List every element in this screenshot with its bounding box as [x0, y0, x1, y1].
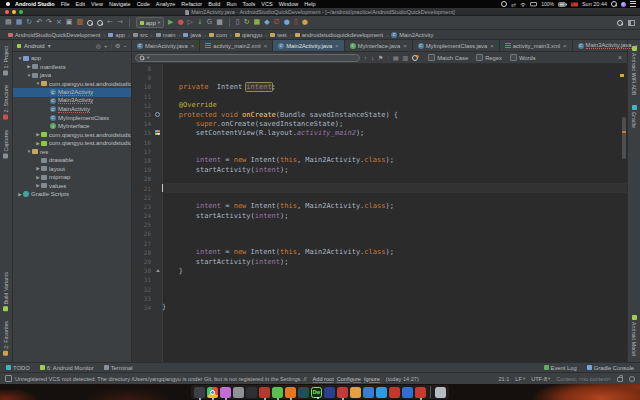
disable-inspections-icon[interactable]: ∅	[274, 19, 280, 26]
tree-item-package-main[interactable]: ▼com.qiangyu.test.androidstudioq	[13, 80, 131, 89]
collapse-all-icon[interactable]: ◎	[96, 42, 101, 49]
netease-icon[interactable]	[415, 387, 426, 398]
ie-icon[interactable]	[402, 387, 413, 398]
qq-icon[interactable]	[337, 387, 348, 398]
battery-icon[interactable]	[558, 2, 567, 7]
paste-icon[interactable]: ▥	[76, 19, 83, 26]
close-tab-icon[interactable]: ×	[403, 43, 407, 49]
select-all-occurrences-icon[interactable]: ▤	[393, 54, 399, 61]
tree-item-java[interactable]: ▼java	[13, 71, 131, 80]
tree-item-res[interactable]: ▼res	[13, 148, 131, 157]
editor-area[interactable]: ▾ ↑ ↓ ⚑ | ▤ ▥ Match CaseRegexWords × 891…	[132, 52, 627, 362]
office-icon[interactable]	[350, 387, 361, 398]
caret-position[interactable]: 21:1	[498, 376, 509, 382]
debug-icon[interactable]: ●	[177, 19, 183, 26]
toolwindow-button-android-model[interactable]: Android Model	[631, 315, 637, 356]
tree-item-drawable[interactable]: drawable	[13, 156, 131, 165]
breadcrumb-main2activity[interactable]: CMain2Activity	[391, 32, 433, 38]
search-input[interactable]: ▾	[135, 54, 360, 62]
sdk-manager-icon[interactable]: ▦	[254, 19, 261, 26]
layout-captures-icon[interactable]: ▯	[294, 19, 298, 26]
breadcrumb-androidstudioquickdevelopment[interactable]: AndroidStudioQuickDevelopment	[8, 32, 100, 38]
tree-item-layout[interactable]: ▶layout	[13, 165, 131, 174]
toolwindow-layout-icon[interactable]	[628, 20, 635, 26]
gradle-sync-icon[interactable]: ↻	[244, 19, 250, 26]
breadcrumb-src[interactable]: src	[133, 32, 148, 38]
vcs-link-configure[interactable]: Configure	[337, 376, 361, 382]
breadcrumb-test[interactable]: test	[270, 32, 286, 38]
hide-panel-icon[interactable]: −	[123, 43, 127, 49]
checkbox-words[interactable]: Words	[510, 54, 536, 61]
notification-center-icon[interactable]	[630, 1, 636, 7]
find-icon[interactable]	[87, 20, 93, 26]
tree-item-myinterface[interactable]: IMyInterface	[13, 122, 131, 131]
close-tab-icon[interactable]: ×	[563, 43, 567, 49]
tab-myimplementclass-java[interactable]: CMyImplementClass.java×	[413, 40, 500, 51]
encoding-selector[interactable]: UTF-8▾	[531, 376, 550, 382]
warning-stripe-mark[interactable]	[620, 74, 624, 77]
highlighting-level-icon[interactable]	[629, 376, 635, 382]
tree-item-mipmap[interactable]: ▶mipmap	[13, 173, 131, 182]
run-configuration-selector[interactable]: app▾	[136, 17, 164, 28]
tree-item-app[interactable]: ▼app	[13, 54, 131, 63]
tab-activity-main2-xml[interactable]: activity_main2.xml×	[200, 40, 273, 51]
search-everywhere-icon[interactable]	[617, 20, 623, 26]
view-dropdown-icon[interactable]: ▾	[48, 42, 51, 49]
breadcrumb-androidstudioquickdevelopment[interactable]: androidstudioquickdevelopment	[295, 32, 384, 38]
dreamweaver-icon[interactable]: Dw	[311, 387, 322, 398]
adobe-icon[interactable]	[389, 387, 400, 398]
close-tab-icon[interactable]: ×	[490, 43, 494, 49]
back-icon[interactable]: ←	[107, 19, 113, 26]
close-tab-icon[interactable]: ×	[635, 43, 639, 49]
replace-icon[interactable]	[97, 20, 103, 26]
filter-icon[interactable]: ▥	[403, 54, 409, 61]
menu-window[interactable]: Window	[279, 1, 299, 7]
siri-icon[interactable]	[621, 2, 626, 7]
run-coverage-icon[interactable]: ▷	[188, 19, 193, 26]
tab-main2activity-java[interactable]: CMain2Activity.java×	[273, 40, 344, 51]
editor-scrollbar[interactable]	[622, 117, 626, 159]
wechat-icon[interactable]	[272, 387, 283, 398]
line-separator-selector[interactable]: LF▾	[515, 376, 525, 382]
eclipse-icon[interactable]	[298, 387, 309, 398]
tree-item-mainactivity[interactable]: CMainActivity	[13, 105, 131, 114]
breadcrumb-com[interactable]: com	[209, 32, 227, 38]
browser-icon[interactable]	[376, 387, 387, 398]
cut-icon[interactable]: ×	[56, 19, 62, 26]
vcs-link-add-root[interactable]: Add root	[313, 376, 334, 382]
coverage-icon[interactable]: G	[207, 19, 212, 26]
close-find-bar-icon[interactable]: ×	[618, 54, 624, 61]
event-log-button[interactable]: Event Log	[544, 365, 577, 371]
toolwindow-button-2-structure[interactable]: 2: Structure	[3, 85, 9, 119]
tree-item-package-androidtest[interactable]: ▶com.qiangyu.test.androidstudioq	[13, 131, 131, 140]
tree-item-myimplementclass[interactable]: CMyImplementClass	[13, 114, 131, 123]
wifi-icon[interactable]	[520, 2, 526, 7]
previous-occurrence-icon[interactable]: ↑	[364, 55, 367, 61]
user-icon[interactable]: ●	[302, 19, 308, 26]
checkbox-regex[interactable]: Regex	[476, 54, 502, 61]
toolwindow-button-build-variants[interactable]: Build Variants	[3, 272, 9, 311]
menu-tools[interactable]: Tools	[242, 1, 255, 7]
sync-icon[interactable]: ↻	[26, 19, 32, 26]
undo-icon[interactable]: ↶	[36, 19, 42, 26]
toolwindow-button-captures[interactable]: Captures	[3, 130, 9, 159]
close-tab-icon[interactable]: ×	[264, 43, 268, 49]
structure-icon[interactable]: ◆	[264, 19, 269, 26]
redo-icon[interactable]: ↷	[46, 19, 52, 26]
sketch-icon[interactable]	[259, 387, 270, 398]
menu-help[interactable]: Help	[304, 1, 315, 7]
scroll-to-source-icon[interactable]: +	[104, 43, 108, 49]
save-all-icon[interactable]: ▦	[16, 19, 23, 26]
close-tab-icon[interactable]: ×	[191, 43, 195, 49]
next-occurrence-icon[interactable]: ↓	[371, 55, 374, 61]
tree-item-main3activity[interactable]: CMain3Activity	[13, 97, 131, 106]
trash-icon[interactable]	[435, 387, 446, 398]
menu-refactor[interactable]: Refactor	[181, 1, 202, 7]
vcs-link-ignore[interactable]: Ignore	[364, 376, 380, 382]
context-indicator[interactable]: Context: <no context>	[556, 376, 611, 382]
readonly-lock-icon[interactable]	[617, 377, 623, 383]
code-view[interactable]: 8910 private Intent intent;1112 @Overrid…	[132, 64, 627, 312]
override-gutter-icon[interactable]	[155, 112, 160, 117]
attach-debugger-icon[interactable]: ↓	[197, 19, 203, 26]
run-icon[interactable]: ▶	[168, 19, 173, 26]
